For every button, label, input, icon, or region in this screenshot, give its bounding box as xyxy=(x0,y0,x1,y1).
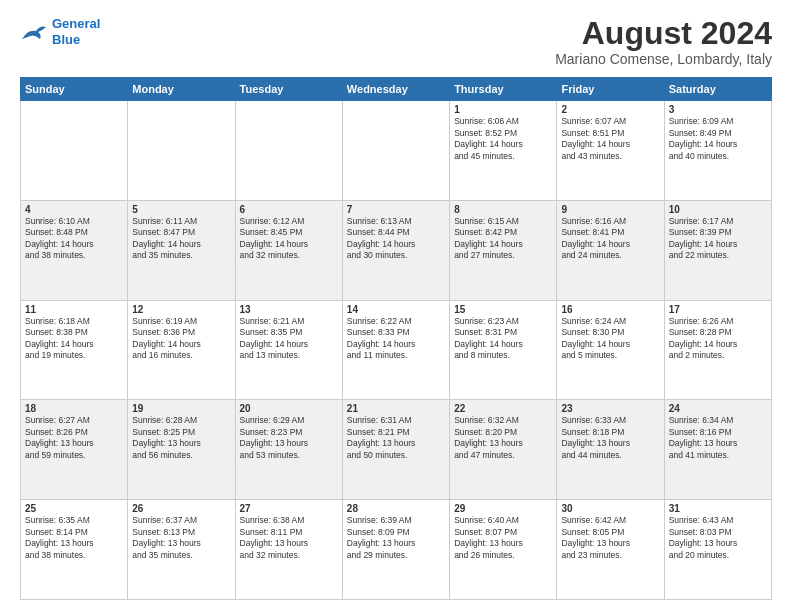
day-number: 19 xyxy=(132,403,230,414)
calendar-cell: 3Sunrise: 6:09 AM Sunset: 8:49 PM Daylig… xyxy=(664,101,771,201)
calendar-cell: 22Sunrise: 6:32 AM Sunset: 8:20 PM Dayli… xyxy=(450,400,557,500)
day-info: Sunrise: 6:22 AM Sunset: 8:33 PM Dayligh… xyxy=(347,316,445,362)
day-number: 11 xyxy=(25,304,123,315)
day-info: Sunrise: 6:28 AM Sunset: 8:25 PM Dayligh… xyxy=(132,415,230,461)
weekday-header: Sunday xyxy=(21,78,128,101)
calendar-cell: 29Sunrise: 6:40 AM Sunset: 8:07 PM Dayli… xyxy=(450,500,557,600)
day-info: Sunrise: 6:21 AM Sunset: 8:35 PM Dayligh… xyxy=(240,316,338,362)
calendar-cell: 1Sunrise: 6:06 AM Sunset: 8:52 PM Daylig… xyxy=(450,101,557,201)
day-info: Sunrise: 6:12 AM Sunset: 8:45 PM Dayligh… xyxy=(240,216,338,262)
calendar-table: SundayMondayTuesdayWednesdayThursdayFrid… xyxy=(20,77,772,600)
calendar-cell: 13Sunrise: 6:21 AM Sunset: 8:35 PM Dayli… xyxy=(235,300,342,400)
day-info: Sunrise: 6:15 AM Sunset: 8:42 PM Dayligh… xyxy=(454,216,552,262)
calendar-cell: 24Sunrise: 6:34 AM Sunset: 8:16 PM Dayli… xyxy=(664,400,771,500)
weekday-header: Wednesday xyxy=(342,78,449,101)
day-info: Sunrise: 6:38 AM Sunset: 8:11 PM Dayligh… xyxy=(240,515,338,561)
weekday-header: Monday xyxy=(128,78,235,101)
day-number: 17 xyxy=(669,304,767,315)
calendar-cell: 5Sunrise: 6:11 AM Sunset: 8:47 PM Daylig… xyxy=(128,200,235,300)
day-number: 3 xyxy=(669,104,767,115)
day-number: 4 xyxy=(25,204,123,215)
day-number: 18 xyxy=(25,403,123,414)
calendar-cell: 27Sunrise: 6:38 AM Sunset: 8:11 PM Dayli… xyxy=(235,500,342,600)
calendar-cell: 11Sunrise: 6:18 AM Sunset: 8:38 PM Dayli… xyxy=(21,300,128,400)
day-number: 22 xyxy=(454,403,552,414)
day-number: 14 xyxy=(347,304,445,315)
calendar-week-row: 18Sunrise: 6:27 AM Sunset: 8:26 PM Dayli… xyxy=(21,400,772,500)
calendar-cell: 16Sunrise: 6:24 AM Sunset: 8:30 PM Dayli… xyxy=(557,300,664,400)
calendar-cell: 10Sunrise: 6:17 AM Sunset: 8:39 PM Dayli… xyxy=(664,200,771,300)
logo-text: General Blue xyxy=(52,16,100,47)
main-title: August 2024 xyxy=(555,16,772,51)
day-number: 31 xyxy=(669,503,767,514)
day-info: Sunrise: 6:11 AM Sunset: 8:47 PM Dayligh… xyxy=(132,216,230,262)
day-info: Sunrise: 6:06 AM Sunset: 8:52 PM Dayligh… xyxy=(454,116,552,162)
day-info: Sunrise: 6:17 AM Sunset: 8:39 PM Dayligh… xyxy=(669,216,767,262)
day-number: 9 xyxy=(561,204,659,215)
day-info: Sunrise: 6:13 AM Sunset: 8:44 PM Dayligh… xyxy=(347,216,445,262)
day-number: 16 xyxy=(561,304,659,315)
calendar-cell: 6Sunrise: 6:12 AM Sunset: 8:45 PM Daylig… xyxy=(235,200,342,300)
calendar-cell: 15Sunrise: 6:23 AM Sunset: 8:31 PM Dayli… xyxy=(450,300,557,400)
day-info: Sunrise: 6:26 AM Sunset: 8:28 PM Dayligh… xyxy=(669,316,767,362)
day-info: Sunrise: 6:09 AM Sunset: 8:49 PM Dayligh… xyxy=(669,116,767,162)
day-info: Sunrise: 6:42 AM Sunset: 8:05 PM Dayligh… xyxy=(561,515,659,561)
day-info: Sunrise: 6:07 AM Sunset: 8:51 PM Dayligh… xyxy=(561,116,659,162)
day-number: 28 xyxy=(347,503,445,514)
weekday-header: Tuesday xyxy=(235,78,342,101)
day-info: Sunrise: 6:35 AM Sunset: 8:14 PM Dayligh… xyxy=(25,515,123,561)
title-block: August 2024 Mariano Comense, Lombardy, I… xyxy=(555,16,772,67)
calendar-cell: 7Sunrise: 6:13 AM Sunset: 8:44 PM Daylig… xyxy=(342,200,449,300)
day-info: Sunrise: 6:19 AM Sunset: 8:36 PM Dayligh… xyxy=(132,316,230,362)
calendar-cell: 2Sunrise: 6:07 AM Sunset: 8:51 PM Daylig… xyxy=(557,101,664,201)
day-info: Sunrise: 6:27 AM Sunset: 8:26 PM Dayligh… xyxy=(25,415,123,461)
day-number: 30 xyxy=(561,503,659,514)
day-number: 1 xyxy=(454,104,552,115)
day-number: 8 xyxy=(454,204,552,215)
day-info: Sunrise: 6:29 AM Sunset: 8:23 PM Dayligh… xyxy=(240,415,338,461)
calendar-cell: 23Sunrise: 6:33 AM Sunset: 8:18 PM Dayli… xyxy=(557,400,664,500)
day-info: Sunrise: 6:31 AM Sunset: 8:21 PM Dayligh… xyxy=(347,415,445,461)
weekday-header: Saturday xyxy=(664,78,771,101)
weekday-header-row: SundayMondayTuesdayWednesdayThursdayFrid… xyxy=(21,78,772,101)
day-number: 27 xyxy=(240,503,338,514)
day-number: 26 xyxy=(132,503,230,514)
calendar-cell: 8Sunrise: 6:15 AM Sunset: 8:42 PM Daylig… xyxy=(450,200,557,300)
page: General Blue August 2024 Mariano Comense… xyxy=(0,0,792,612)
logo-general: General xyxy=(52,16,100,31)
calendar-cell: 26Sunrise: 6:37 AM Sunset: 8:13 PM Dayli… xyxy=(128,500,235,600)
day-info: Sunrise: 6:34 AM Sunset: 8:16 PM Dayligh… xyxy=(669,415,767,461)
calendar-cell: 9Sunrise: 6:16 AM Sunset: 8:41 PM Daylig… xyxy=(557,200,664,300)
day-number: 12 xyxy=(132,304,230,315)
weekday-header: Friday xyxy=(557,78,664,101)
calendar-cell: 21Sunrise: 6:31 AM Sunset: 8:21 PM Dayli… xyxy=(342,400,449,500)
day-info: Sunrise: 6:16 AM Sunset: 8:41 PM Dayligh… xyxy=(561,216,659,262)
day-info: Sunrise: 6:23 AM Sunset: 8:31 PM Dayligh… xyxy=(454,316,552,362)
day-info: Sunrise: 6:40 AM Sunset: 8:07 PM Dayligh… xyxy=(454,515,552,561)
day-number: 29 xyxy=(454,503,552,514)
logo: General Blue xyxy=(20,16,100,47)
day-info: Sunrise: 6:33 AM Sunset: 8:18 PM Dayligh… xyxy=(561,415,659,461)
day-number: 5 xyxy=(132,204,230,215)
weekday-header: Thursday xyxy=(450,78,557,101)
subtitle: Mariano Comense, Lombardy, Italy xyxy=(555,51,772,67)
calendar-cell: 28Sunrise: 6:39 AM Sunset: 8:09 PM Dayli… xyxy=(342,500,449,600)
day-number: 15 xyxy=(454,304,552,315)
calendar-cell: 25Sunrise: 6:35 AM Sunset: 8:14 PM Dayli… xyxy=(21,500,128,600)
calendar-cell: 18Sunrise: 6:27 AM Sunset: 8:26 PM Dayli… xyxy=(21,400,128,500)
day-number: 6 xyxy=(240,204,338,215)
logo-bird-icon xyxy=(20,21,48,43)
day-number: 25 xyxy=(25,503,123,514)
day-info: Sunrise: 6:18 AM Sunset: 8:38 PM Dayligh… xyxy=(25,316,123,362)
day-number: 24 xyxy=(669,403,767,414)
calendar-cell: 20Sunrise: 6:29 AM Sunset: 8:23 PM Dayli… xyxy=(235,400,342,500)
calendar-cell xyxy=(21,101,128,201)
day-number: 2 xyxy=(561,104,659,115)
day-number: 23 xyxy=(561,403,659,414)
calendar-week-row: 4Sunrise: 6:10 AM Sunset: 8:48 PM Daylig… xyxy=(21,200,772,300)
day-info: Sunrise: 6:32 AM Sunset: 8:20 PM Dayligh… xyxy=(454,415,552,461)
calendar-cell: 17Sunrise: 6:26 AM Sunset: 8:28 PM Dayli… xyxy=(664,300,771,400)
day-number: 20 xyxy=(240,403,338,414)
calendar-cell: 31Sunrise: 6:43 AM Sunset: 8:03 PM Dayli… xyxy=(664,500,771,600)
calendar-cell xyxy=(235,101,342,201)
